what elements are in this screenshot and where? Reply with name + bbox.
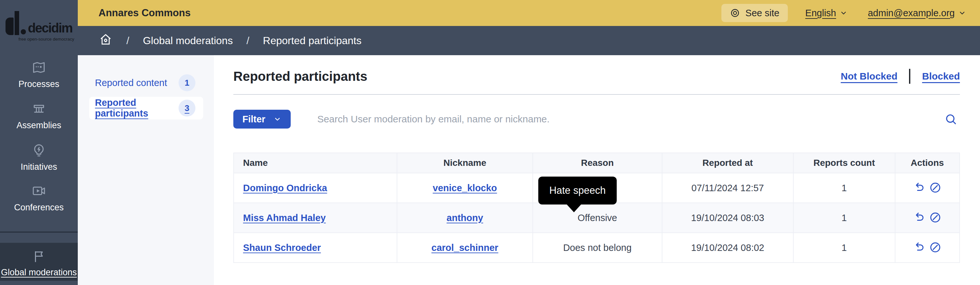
sidebar-item-global-moderations[interactable]: Global moderations	[0, 243, 78, 281]
subsidebar-item-reported-participants[interactable]: Reported participants 3	[89, 97, 203, 120]
logo-tagline: free open-source democracy	[19, 37, 74, 42]
unreport-button[interactable]	[911, 211, 927, 225]
breadcrumb: / Global moderations / Reported particip…	[78, 26, 980, 55]
unreport-button[interactable]	[911, 181, 927, 195]
content-area: Reported participants Not Blocked Blocke…	[214, 55, 980, 285]
page-title: Reported participants	[233, 69, 367, 84]
column-header-nickname: Nickname	[397, 153, 533, 173]
logo-mark	[5, 18, 14, 35]
logo-brand: decidim	[28, 21, 72, 34]
reported-at: 19/10/2024 08:03	[662, 203, 793, 233]
video-camera-icon	[32, 183, 46, 199]
participant-name-link[interactable]: Domingo Ondricka	[243, 183, 327, 193]
reported-at: 07/11/2024 12:57	[662, 173, 793, 203]
chevron-down-icon	[839, 9, 848, 17]
block-user-button[interactable]	[927, 211, 943, 225]
reason-text: Offensive	[533, 203, 662, 233]
block-user-button[interactable]	[927, 181, 943, 195]
unreport-button[interactable]	[911, 241, 927, 255]
decidim-logo[interactable]: decidim free open-source democracy	[0, 11, 78, 42]
table-row: Shaun Schroeder carol_schinner Does not …	[234, 233, 959, 263]
column-header-name: Name	[234, 153, 397, 173]
column-header-actions: Actions	[895, 153, 959, 173]
table-row: Domingo Ondricka venice_klocko Hate spee…	[234, 173, 959, 203]
reported-at: 19/10/2024 08:02	[662, 233, 793, 263]
arrow-go-back-icon	[913, 241, 926, 254]
subsidebar-item-reported-content[interactable]: Reported content 1	[89, 71, 203, 94]
table-row: Miss Ahmad Haley anthony Offensive 19/10…	[234, 203, 959, 233]
breadcrumb-home-link[interactable]	[99, 32, 113, 49]
column-header-reported-at: Reported at	[662, 153, 793, 173]
arrow-go-back-icon	[913, 181, 926, 194]
filter-not-blocked-link[interactable]: Not Blocked	[841, 71, 897, 82]
flag-icon	[32, 249, 46, 264]
home-icon	[99, 32, 113, 46]
sidebar-divider	[0, 231, 78, 233]
reason-text: Does not belong	[533, 233, 662, 263]
reports-count: 1	[793, 173, 895, 203]
top-bar: Annares Commons See site English admin@e…	[78, 0, 980, 26]
reports-count: 1	[793, 203, 895, 233]
breadcrumb-item-reported-participants[interactable]: Reported participants	[263, 35, 361, 47]
sidebar-item-initiatives[interactable]: Initiatives	[0, 143, 78, 172]
status-filters: Not Blocked Blocked	[841, 69, 960, 84]
sidebar-item-conferences[interactable]: Conferences	[0, 183, 78, 213]
participant-nickname-link[interactable]: venice_klocko	[433, 183, 497, 193]
language-menu[interactable]: English	[805, 8, 848, 19]
sidebar-item-assemblies[interactable]: Assemblies	[0, 101, 78, 130]
main-column: Annares Commons See site English admin@e…	[78, 0, 980, 285]
column-header-reason: Reason	[533, 153, 662, 173]
search-button[interactable]	[944, 113, 957, 126]
search-input[interactable]	[304, 114, 944, 125]
participant-nickname-link[interactable]: anthony	[447, 213, 483, 223]
reports-count: 1	[793, 233, 895, 263]
forbid-icon	[929, 181, 942, 194]
block-user-button[interactable]	[927, 241, 943, 255]
title-divider	[233, 94, 960, 95]
filter-separator	[909, 69, 910, 84]
reason-tooltip: Hate speech	[538, 176, 617, 205]
filter-button[interactable]: Filter	[233, 110, 291, 128]
see-site-button[interactable]: See site	[721, 4, 788, 22]
user-menu[interactable]: admin@example.org	[868, 8, 966, 19]
filter-blocked-link[interactable]: Blocked	[922, 71, 960, 82]
count-badge: 3	[178, 100, 196, 117]
forbid-icon	[929, 241, 942, 254]
chevron-down-icon	[273, 115, 282, 123]
breadcrumb-item-global-moderations[interactable]: Global moderations	[143, 35, 233, 47]
search-icon	[944, 113, 957, 126]
organization-name: Annares Commons	[99, 7, 191, 19]
count-badge: 1	[178, 74, 196, 91]
participant-name-link[interactable]: Shaun Schroeder	[243, 242, 321, 253]
moderations-subsidebar: Reported content 1 Reported participants…	[78, 55, 214, 285]
sidebar-item-processes[interactable]: Processes	[0, 60, 78, 89]
lightbulb-flash-icon	[32, 143, 46, 158]
map-icon	[32, 60, 46, 75]
bank-icon	[32, 101, 46, 116]
forbid-icon	[929, 211, 942, 224]
column-header-reports-count: Reports count	[793, 153, 895, 173]
search-toolbar: Filter	[233, 110, 960, 128]
main-sidebar: decidim free open-source democracy Proce…	[0, 0, 78, 285]
table-header-row: Name Nickname Reason Reported at Reports…	[234, 153, 959, 173]
chevron-down-icon	[958, 9, 966, 17]
participant-name-link[interactable]: Miss Ahmad Haley	[243, 213, 326, 223]
reported-participants-table: Name Nickname Reason Reported at Reports…	[233, 152, 960, 263]
participant-nickname-link[interactable]: carol_schinner	[431, 242, 498, 253]
arrow-go-back-icon	[913, 211, 926, 224]
eye-icon	[730, 8, 740, 18]
admin-app: decidim free open-source democracy Proce…	[0, 0, 980, 285]
